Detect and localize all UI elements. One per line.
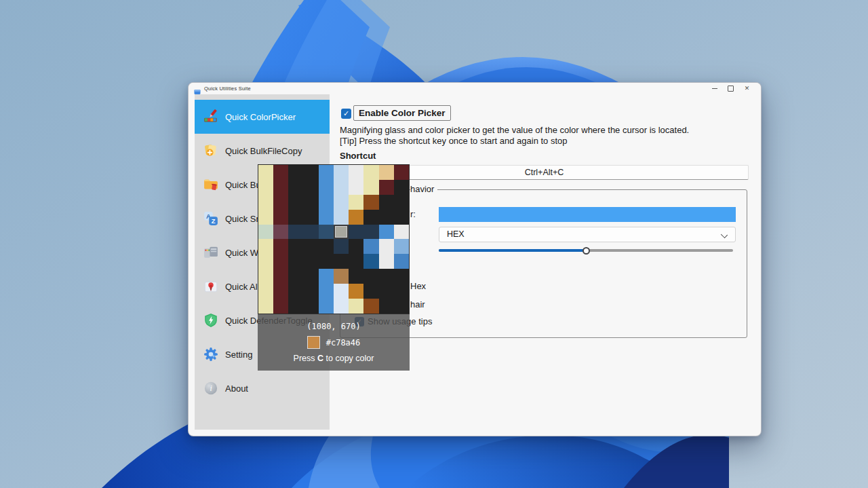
sidebar-item-label: Setting <box>225 350 252 360</box>
magnifier-pixel <box>363 180 378 195</box>
sidebar-item-label: Quick BulkFileCopy <box>225 146 302 156</box>
minimize-button[interactable] <box>709 84 719 93</box>
folder-delete-icon <box>203 177 218 192</box>
minimize-icon <box>712 88 717 89</box>
app-icon <box>194 86 201 92</box>
sidebar-item-about[interactable]: i About <box>195 371 330 405</box>
magnifier-pixel <box>304 284 319 299</box>
close-icon: ✕ <box>745 86 750 92</box>
magnifier-pixel <box>394 210 409 225</box>
slider-fill <box>439 249 586 252</box>
sidebar-item-bulkfilecopy[interactable]: Quick BulkFileCopy <box>195 134 330 168</box>
magnifier-pixel <box>349 195 363 210</box>
shield-icon <box>203 313 218 328</box>
magnifier-pixel <box>319 239 334 254</box>
magnifier-pixel <box>273 195 288 210</box>
magnifier-pixel <box>363 210 378 225</box>
magnifier-pixel <box>273 210 288 225</box>
magnifier-pixel <box>304 225 319 240</box>
magnifier-pixel <box>319 210 334 225</box>
magnifier-pixel <box>288 284 303 299</box>
magnifier-pixel <box>363 254 378 269</box>
magnifier-pixel <box>349 239 363 254</box>
sidebar-item-label: Quick Sn <box>225 214 261 224</box>
magnifier-pixel <box>379 225 394 240</box>
magnifier-pixel <box>258 180 273 195</box>
magnifier-pixel <box>273 180 288 195</box>
sidebar-item-colorpicker[interactable]: Quick ColorPicker <box>195 100 330 134</box>
magnifier-pixel <box>288 225 303 240</box>
magnifier-pixel <box>363 225 378 240</box>
magnifier-pixel <box>273 225 288 240</box>
svg-text:i: i <box>210 384 212 392</box>
magnifier-pixel <box>379 254 394 269</box>
magnifier-pixel <box>349 299 363 314</box>
magnifier-pixel <box>304 269 319 284</box>
slider-handle[interactable] <box>583 247 590 255</box>
magnifier-pixel <box>379 284 394 299</box>
magnifier-pixel <box>334 195 349 210</box>
sidebar-item-label: About <box>225 383 248 394</box>
magnifier-pixel <box>363 299 378 314</box>
computer-icon <box>203 245 218 260</box>
svg-text:Z: Z <box>212 218 216 225</box>
magnifier-pixel <box>319 180 334 195</box>
copy-files-icon <box>203 143 218 158</box>
magnifier-pixel <box>394 195 409 210</box>
magnifier-zoom-slider[interactable] <box>439 249 733 252</box>
magnifier-pixel <box>334 225 349 240</box>
magnifier-pixel <box>273 165 288 180</box>
sidebar-item-label: Quick W <box>225 248 258 258</box>
window-title: Quick Utilities Suite <box>204 86 251 92</box>
titlebar: Quick Utilities Suite ✕ <box>189 83 761 94</box>
enable-colorpicker-label[interactable]: Enable Color Picker <box>353 105 451 121</box>
magnifier-pixel <box>304 254 319 269</box>
color-format-dropdown[interactable]: HEX <box>439 227 736 242</box>
magnifier-pixel <box>379 239 394 254</box>
magnifier-pixel <box>349 180 363 195</box>
magnifier-pixel <box>379 269 394 284</box>
magnifier-pixel <box>288 269 303 284</box>
magnifier-pixel <box>288 195 303 210</box>
magnifier-pixel <box>258 210 273 225</box>
magnifier-pixel <box>258 254 273 269</box>
magnifier-pixel <box>394 165 409 180</box>
magnifier-pixel <box>363 239 378 254</box>
sidebar-item-label: Quick Al <box>225 282 258 292</box>
magnifier-pixel <box>258 269 273 284</box>
magnifier-pixel <box>334 254 349 269</box>
magnifier-pixel <box>394 254 409 269</box>
magnifier-pixel <box>304 195 319 210</box>
magnifier-pixel <box>379 210 394 225</box>
magnifier-pixel <box>394 299 409 314</box>
magnifier-pixel <box>288 165 303 180</box>
magnifier-pixel <box>394 269 409 284</box>
magnifier-pixel <box>319 284 334 299</box>
magnifier-pixel <box>288 254 303 269</box>
colorpicker-icon <box>203 109 218 124</box>
sidebar-item-label: Quick ColorPicker <box>225 112 296 122</box>
magnifier-pixel <box>394 225 409 240</box>
close-button[interactable]: ✕ <box>742 84 752 93</box>
enable-colorpicker-checkbox[interactable]: ✓ <box>341 109 351 119</box>
magnifier-pixel <box>363 195 378 210</box>
crosshair-option-label[interactable]: hair <box>410 299 425 309</box>
magnifier-pixel <box>363 165 378 180</box>
magnifier-pixel <box>258 165 273 180</box>
hex-option-label[interactable]: Hex <box>410 281 426 291</box>
color-label: r: <box>410 209 416 219</box>
magnifier-pixel <box>349 210 363 225</box>
maximize-icon <box>728 86 734 92</box>
sidebar-item-label: Quick Bu <box>225 180 261 190</box>
cursor-coordinates: (1080, 670) <box>258 322 410 331</box>
magnifier-pixel <box>258 195 273 210</box>
magnifier-pixel <box>273 299 288 314</box>
magnifier-pixel <box>349 269 363 284</box>
magnifier-pixel <box>349 165 363 180</box>
info-icon: i <box>203 381 218 396</box>
magnifier-pixel <box>258 225 273 240</box>
gear-icon <box>203 347 218 362</box>
maximize-button[interactable] <box>726 84 736 93</box>
magnifier-pixel <box>379 195 394 210</box>
magnifier-pixel <box>334 269 349 284</box>
